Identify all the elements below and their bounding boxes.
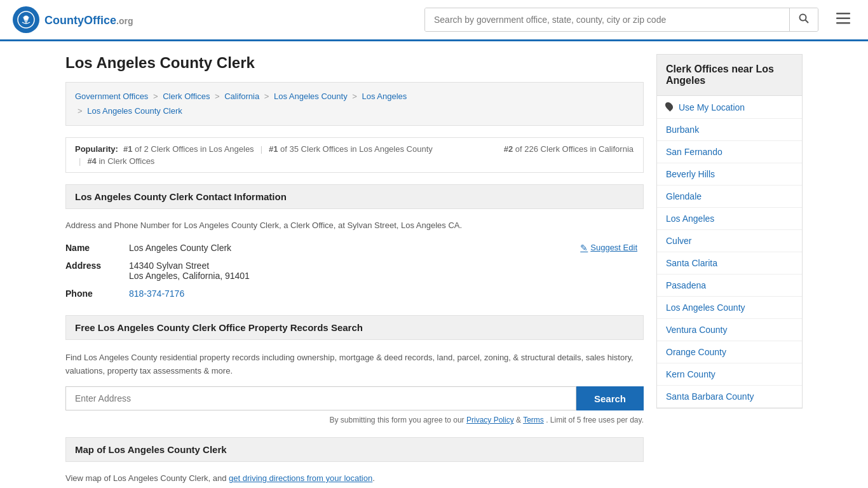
suggest-edit-icon: ✎ bbox=[580, 243, 588, 253]
logo-icon bbox=[13, 6, 39, 33]
rank2: #1 of 35 Clerk Offices in Los Angeles Co… bbox=[269, 144, 433, 154]
menu-button[interactable] bbox=[831, 9, 855, 30]
map-section: Map of Los Angeles County Clerk View map… bbox=[65, 437, 644, 488]
svg-rect-6 bbox=[836, 22, 850, 24]
sidebar-item-culver[interactable]: Culver bbox=[657, 230, 802, 252]
suggest-edit-label: Suggest Edit bbox=[590, 243, 637, 252]
sidebar-item-burbank[interactable]: Burbank bbox=[657, 119, 802, 141]
svg-rect-5 bbox=[836, 18, 850, 20]
address-label: Address bbox=[65, 257, 129, 285]
sidebar-item-ventura-county[interactable]: Ventura County bbox=[657, 319, 802, 341]
driving-directions-link[interactable]: get driving directions from your locatio… bbox=[229, 473, 372, 483]
breadcrumb-clerk-offices[interactable]: Clerk Offices bbox=[163, 92, 210, 101]
sidebar-item-orange-county[interactable]: Orange County bbox=[657, 341, 802, 363]
breadcrumb-sep5: > bbox=[78, 106, 83, 116]
search-bar bbox=[424, 8, 818, 32]
phone-value: 818-374-7176 bbox=[129, 285, 644, 302]
use-my-location-link[interactable]: Use My Location bbox=[657, 96, 802, 119]
property-section: Free Los Angeles County Clerk Office Pro… bbox=[65, 315, 644, 425]
breadcrumb-la-county-clerk[interactable]: Los Angeles County Clerk bbox=[87, 106, 182, 116]
address-input[interactable] bbox=[65, 386, 576, 410]
privacy-policy-link[interactable]: Privacy Policy bbox=[466, 416, 514, 424]
breadcrumb: Government Offices > Clerk Offices > Cal… bbox=[65, 82, 644, 126]
table-row-address: Address 14340 Sylvan Street Los Angeles,… bbox=[65, 257, 644, 285]
contact-table: Name Los Angeles County Clerk ✎ Suggest … bbox=[65, 239, 644, 302]
address-value: 14340 Sylvan Street Los Angeles, Califor… bbox=[129, 257, 644, 285]
divider2: | bbox=[79, 156, 81, 166]
main-container: Los Angeles County Clerk Government Offi… bbox=[53, 41, 815, 488]
table-row-name: Name Los Angeles County Clerk ✎ Suggest … bbox=[65, 239, 644, 257]
table-row-phone: Phone 818-374-7176 bbox=[65, 285, 644, 302]
page-title: Los Angeles County Clerk bbox=[65, 54, 644, 72]
name-label: Name bbox=[65, 239, 129, 257]
location-pin-icon bbox=[664, 101, 675, 112]
header: CountyOffice.org bbox=[0, 0, 868, 41]
breadcrumb-sep: > bbox=[153, 92, 158, 101]
form-disclaimer: By submitting this form you agree to our… bbox=[65, 416, 644, 424]
breadcrumb-sep4: > bbox=[352, 92, 357, 101]
popularity-bar: Popularity: #1 of 2 Clerk Offices in Los… bbox=[65, 137, 644, 173]
breadcrumb-california[interactable]: California bbox=[224, 92, 259, 101]
content: Los Angeles County Clerk Government Offi… bbox=[65, 54, 644, 488]
sidebar-item-los-angeles[interactable]: Los Angeles bbox=[657, 208, 802, 230]
suggest-edit-button[interactable]: ✎ Suggest Edit bbox=[580, 243, 637, 253]
sidebar-item-kern-county[interactable]: Kern County bbox=[657, 363, 802, 386]
rank4: #4 in Clerk Offices bbox=[87, 156, 154, 166]
svg-rect-4 bbox=[836, 13, 850, 15]
contact-desc: Address and Phone Number for Los Angeles… bbox=[65, 215, 644, 239]
sidebar-item-santa-clarita[interactable]: Santa Clarita bbox=[657, 252, 802, 274]
sidebar-list: Use My Location Burbank San Fernando Bev… bbox=[656, 96, 803, 409]
breadcrumb-la[interactable]: Los Angeles bbox=[362, 92, 407, 101]
property-section-header: Free Los Angeles County Clerk Office Pro… bbox=[65, 315, 644, 340]
address-search-button[interactable]: Search bbox=[576, 386, 644, 410]
sidebar-item-san-fernando[interactable]: San Fernando bbox=[657, 141, 802, 163]
map-section-header: Map of Los Angeles County Clerk bbox=[65, 437, 644, 462]
search-input[interactable] bbox=[425, 8, 789, 31]
sidebar-item-los-angeles-county[interactable]: Los Angeles County bbox=[657, 297, 802, 319]
rank3: #2 of 226 Clerk Offices in California bbox=[504, 144, 634, 154]
breadcrumb-sep3: > bbox=[264, 92, 269, 101]
property-desc: Find Los Angeles County residential prop… bbox=[65, 346, 644, 387]
logo-text: CountyOffice.org bbox=[44, 13, 133, 27]
address-search-form: Search bbox=[65, 386, 644, 410]
search-button[interactable] bbox=[789, 8, 818, 31]
breadcrumb-la-county[interactable]: Los Angeles County bbox=[274, 92, 348, 101]
sidebar-item-beverly-hills[interactable]: Beverly Hills bbox=[657, 163, 802, 186]
svg-line-3 bbox=[805, 20, 808, 23]
sidebar-item-santa-barbara-county[interactable]: Santa Barbara County bbox=[657, 386, 802, 408]
svg-point-1 bbox=[24, 16, 29, 20]
sidebar: Clerk Offices near Los Angeles Use My Lo… bbox=[656, 54, 803, 488]
map-desc: View map of Los Angeles County Clerk, an… bbox=[65, 468, 644, 488]
contact-section-header: Los Angeles County Clerk Contact Informa… bbox=[65, 184, 644, 209]
rank1: #1 of 2 Clerk Offices in Los Angeles bbox=[123, 144, 254, 154]
popularity-label: Popularity: bbox=[75, 144, 118, 154]
phone-link[interactable]: 818-374-7176 bbox=[129, 288, 184, 299]
breadcrumb-sep2: > bbox=[215, 92, 220, 101]
breadcrumb-gov-offices[interactable]: Government Offices bbox=[75, 92, 148, 101]
logo[interactable]: CountyOffice.org bbox=[13, 6, 133, 33]
divider1: | bbox=[261, 144, 262, 154]
sidebar-item-pasadena[interactable]: Pasadena bbox=[657, 274, 802, 297]
contact-section: Los Angeles County Clerk Contact Informa… bbox=[65, 184, 644, 302]
sidebar-header: Clerk Offices near Los Angeles bbox=[656, 54, 803, 96]
terms-link[interactable]: Terms bbox=[523, 416, 544, 424]
phone-label: Phone bbox=[65, 285, 129, 302]
sidebar-item-glendale[interactable]: Glendale bbox=[657, 186, 802, 208]
name-value: Los Angeles County Clerk ✎ Suggest Edit bbox=[129, 239, 644, 257]
